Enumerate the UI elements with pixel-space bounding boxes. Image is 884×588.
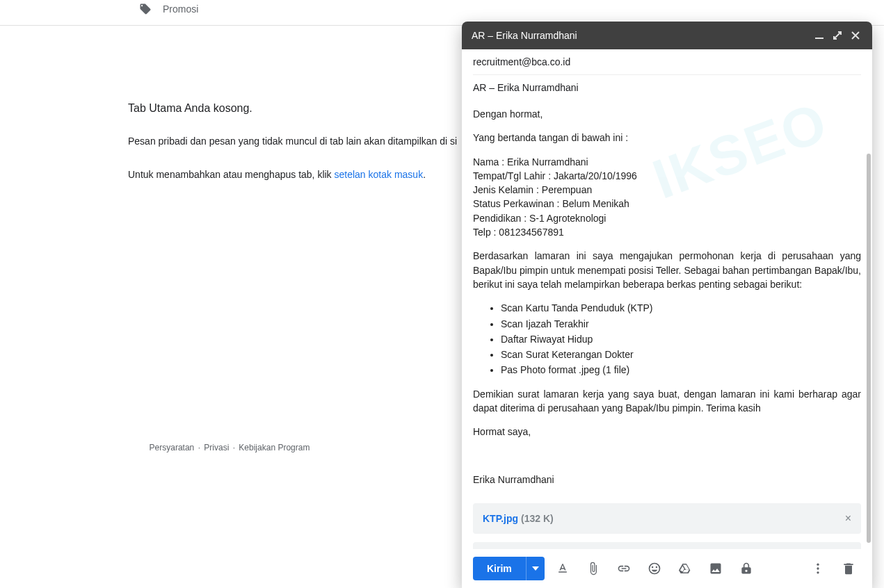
svg-point-1	[817, 564, 819, 566]
to-field[interactable]	[462, 49, 872, 74]
confidential-icon[interactable]	[739, 562, 753, 575]
format-icon[interactable]	[556, 562, 570, 575]
compose-body-text[interactable]: Dengan hormat, Yang bertanda tangan di b…	[462, 100, 872, 503]
more-options-icon[interactable]	[811, 562, 825, 575]
footer-privacy[interactable]: Privasi	[204, 443, 229, 452]
footer-program-policy[interactable]: Kebijakan Program	[239, 443, 310, 452]
image-icon[interactable]	[709, 562, 723, 575]
drive-icon[interactable]	[678, 562, 692, 575]
svg-rect-0	[815, 38, 823, 39]
attach-icon[interactable]	[586, 562, 600, 575]
attachment-item[interactable]: Ijazah.jpg (132 K) ×	[473, 542, 861, 549]
to-input[interactable]	[473, 56, 861, 67]
footer-terms[interactable]: Persyaratan	[150, 443, 195, 452]
footer-links: Persyaratan · Privasi · Kebijakan Progra…	[0, 443, 459, 452]
compose-window: AR – Erika Nurramdhani IKSEO Dengan horm…	[462, 22, 872, 588]
minimize-icon[interactable]	[812, 28, 826, 42]
attachments: KTP.jpg (132 K) × Ijazah.jpg (132 K) × D…	[462, 503, 872, 549]
remove-attachment-icon[interactable]: ×	[845, 512, 851, 525]
subject-field[interactable]	[473, 74, 861, 100]
subject-input[interactable]	[473, 82, 861, 93]
compose-body: IKSEO Dengan hormat, Yang bertanda tanga…	[462, 49, 872, 549]
inbox-settings-link[interactable]: setelan kotak masuk	[335, 169, 424, 180]
emoji-icon[interactable]	[648, 562, 661, 575]
send-options-button[interactable]	[526, 557, 545, 580]
compose-title: AR – Erika Nurramdhani	[472, 30, 808, 41]
tag-icon	[139, 3, 152, 15]
svg-point-2	[817, 567, 819, 569]
send-button[interactable]: Kirim	[473, 557, 526, 580]
tab-promosi[interactable]: Promosi	[125, 0, 212, 18]
link-icon[interactable]	[617, 562, 631, 575]
tab-label: Promosi	[163, 3, 198, 15]
svg-point-3	[817, 571, 819, 573]
fullscreen-icon[interactable]	[830, 28, 844, 42]
compose-toolbar: Kirim	[462, 549, 872, 588]
close-icon[interactable]	[849, 28, 862, 42]
compose-header: AR – Erika Nurramdhani	[462, 22, 872, 49]
scrollbar-thumb[interactable]	[867, 154, 871, 543]
discard-icon[interactable]	[842, 562, 855, 575]
attachment-item[interactable]: KTP.jpg (132 K) ×	[473, 503, 861, 534]
